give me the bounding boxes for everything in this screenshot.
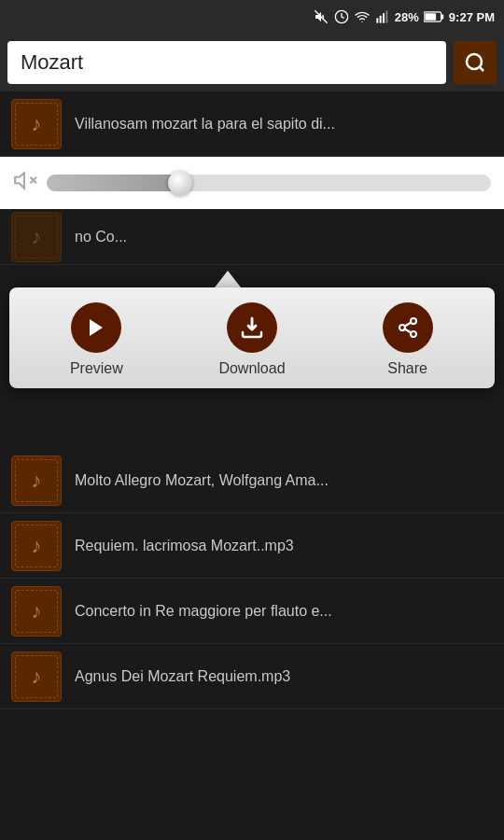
play-icon bbox=[85, 316, 107, 339]
download-option[interactable]: Download bbox=[205, 302, 299, 377]
search-input[interactable] bbox=[7, 41, 446, 84]
song-thumbnail: ♪ bbox=[11, 586, 62, 637]
music-note-icon: ♪ bbox=[32, 112, 42, 136]
song-title: Requiem. lacrimosa Mozart..mp3 bbox=[75, 538, 493, 554]
song-thumbnail: ♪ bbox=[11, 455, 62, 506]
mute-icon bbox=[13, 168, 37, 198]
wifi-icon bbox=[354, 9, 371, 24]
volume-mute-icon bbox=[13, 168, 37, 192]
svg-point-16 bbox=[399, 325, 405, 330]
music-note-icon: ♪ bbox=[32, 469, 42, 493]
download-icon-container bbox=[227, 302, 277, 353]
progress-track[interactable] bbox=[47, 175, 491, 191]
list-item[interactable]: ♪ Requiem. lacrimosa Mozart..mp3 bbox=[0, 513, 504, 579]
song-thumbnail: ♪ bbox=[11, 651, 62, 702]
svg-rect-4 bbox=[383, 13, 385, 23]
context-menu-arrow bbox=[215, 271, 241, 287]
svg-line-18 bbox=[404, 329, 411, 333]
svg-point-9 bbox=[467, 54, 482, 69]
song-title: Agnus Dei Mozart Requiem.mp3 bbox=[75, 668, 493, 685]
svg-point-17 bbox=[411, 331, 416, 337]
time-text: 9:27 PM bbox=[449, 10, 495, 24]
song-title: Villanosam mozart la para el sapito di..… bbox=[75, 116, 493, 133]
list-item[interactable]: ♪ no Co... bbox=[0, 209, 504, 265]
search-bar bbox=[0, 34, 504, 91]
signal-icon bbox=[375, 9, 390, 24]
volume-icon bbox=[313, 9, 329, 24]
clock-icon bbox=[334, 9, 349, 24]
svg-rect-2 bbox=[376, 18, 378, 22]
bottom-song-list: ♪ Molto Allegro Mozart, Wolfgang Ama... … bbox=[0, 448, 504, 709]
song-title: Molto Allegro Mozart, Wolfgang Ama... bbox=[75, 472, 493, 489]
preview-option[interactable]: Preview bbox=[49, 302, 143, 377]
search-button[interactable] bbox=[454, 41, 497, 84]
search-icon bbox=[464, 51, 486, 74]
preview-label: Preview bbox=[70, 360, 123, 377]
song-thumbnail: ♪ bbox=[11, 99, 62, 149]
music-note-icon: ♪ bbox=[32, 225, 42, 249]
battery-icon bbox=[424, 10, 444, 23]
share-icon bbox=[397, 316, 419, 339]
list-item[interactable]: ♪ Villanosam mozart la para el sapito di… bbox=[0, 91, 504, 157]
song-title: Concerto in Re maggiore per flauto e... bbox=[75, 603, 493, 620]
svg-line-19 bbox=[404, 323, 411, 327]
music-note-icon: ♪ bbox=[32, 534, 42, 558]
preview-icon-container bbox=[71, 302, 121, 353]
share-label: Share bbox=[387, 360, 427, 377]
context-menu-wrapper: Preview Download bbox=[9, 271, 495, 388]
song-list: ♪ Villanosam mozart la para el sapito di… bbox=[0, 91, 504, 265]
player-bar bbox=[0, 157, 504, 209]
download-icon bbox=[241, 316, 263, 339]
list-item[interactable]: ♪ Concerto in Re maggiore per flauto e..… bbox=[0, 579, 504, 644]
context-menu: Preview Download bbox=[9, 287, 495, 388]
svg-rect-3 bbox=[379, 16, 381, 23]
svg-point-15 bbox=[411, 318, 416, 324]
battery-text: 28% bbox=[395, 10, 419, 24]
song-title: no Co... bbox=[75, 229, 493, 245]
svg-rect-8 bbox=[425, 13, 436, 21]
svg-rect-5 bbox=[385, 10, 387, 22]
list-item[interactable]: ♪ Agnus Dei Mozart Requiem.mp3 bbox=[0, 644, 504, 709]
download-label: Download bbox=[218, 360, 285, 377]
music-note-icon: ♪ bbox=[32, 665, 42, 689]
share-option[interactable]: Share bbox=[361, 302, 455, 377]
list-item[interactable]: ♪ Molto Allegro Mozart, Wolfgang Ama... bbox=[0, 448, 504, 513]
progress-thumb bbox=[168, 171, 192, 195]
status-bar: 28% 9:27 PM bbox=[0, 0, 504, 34]
song-thumbnail: ♪ bbox=[11, 212, 62, 262]
svg-marker-13 bbox=[90, 319, 103, 336]
song-thumbnail: ♪ bbox=[11, 521, 62, 571]
svg-rect-7 bbox=[441, 14, 443, 19]
svg-line-10 bbox=[480, 67, 483, 71]
share-icon-container bbox=[383, 302, 433, 353]
status-icons: 28% 9:27 PM bbox=[313, 9, 495, 24]
music-note-icon: ♪ bbox=[32, 599, 42, 623]
progress-fill bbox=[47, 175, 180, 191]
